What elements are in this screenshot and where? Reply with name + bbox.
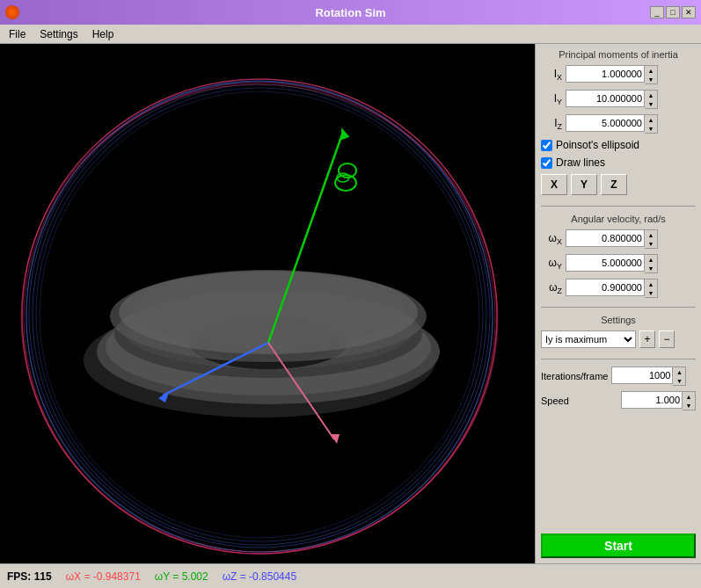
wy-spin-buttons: ▲ ▼ bbox=[645, 254, 658, 273]
svg-point-20 bbox=[132, 272, 405, 346]
wx-up-button[interactable]: ▲ bbox=[645, 230, 657, 239]
menu-file[interactable]: File bbox=[4, 26, 31, 42]
x-view-button[interactable]: X bbox=[541, 174, 567, 195]
drawlines-checkbox[interactable] bbox=[541, 157, 552, 169]
right-panel: Principal moments of inertia IX ▲ ▼ IY ▲… bbox=[535, 44, 701, 563]
window-controls[interactable]: _ □ ✕ bbox=[650, 6, 696, 18]
wy-row: ωY ▲ ▼ bbox=[541, 254, 696, 273]
wz-label: ωZ bbox=[541, 281, 562, 295]
wy-input[interactable] bbox=[566, 254, 645, 272]
close-button[interactable]: ✕ bbox=[682, 6, 696, 18]
wz-input[interactable] bbox=[566, 279, 645, 296]
speed-spin-buttons: ▲ ▼ bbox=[683, 391, 696, 410]
wx-spinbox[interactable]: ▲ ▼ bbox=[566, 229, 658, 249]
wz-down-button[interactable]: ▼ bbox=[645, 288, 657, 297]
preset-dropdown[interactable]: Iy is maximum bbox=[541, 330, 636, 348]
wx-row: ωX ▲ ▼ bbox=[541, 229, 696, 249]
iy-label: IY bbox=[541, 92, 562, 106]
divider-1 bbox=[541, 206, 696, 207]
wz-spinbox[interactable]: ▲ ▼ bbox=[566, 279, 658, 298]
iterations-up-button[interactable]: ▲ bbox=[673, 367, 685, 376]
poinsot-checkbox[interactable] bbox=[541, 140, 552, 151]
ix-spinbox[interactable]: ▲ ▼ bbox=[566, 65, 658, 84]
iz-label: IZ bbox=[541, 117, 562, 131]
iz-down-button[interactable]: ▼ bbox=[645, 124, 657, 133]
drawlines-checkbox-row: Draw lines bbox=[541, 156, 696, 169]
principal-moments-label: Principal moments of inertia bbox=[541, 49, 696, 60]
divider-3 bbox=[541, 359, 696, 359]
minimize-button[interactable]: _ bbox=[650, 6, 664, 18]
status-bar: FPS: 115 ωX = -0.948371 ωY = 5.002 ωZ = … bbox=[0, 563, 701, 588]
window-title: Rotation Sim bbox=[315, 6, 385, 19]
poinsot-checkbox-row: Poinsot's ellipsoid bbox=[541, 139, 696, 151]
wy-status: ωY = 5.002 bbox=[155, 570, 208, 583]
iterations-spin-buttons: ▲ ▼ bbox=[673, 367, 686, 386]
title-bar: Rotation Sim _ □ ✕ bbox=[0, 0, 701, 25]
iy-spinbox[interactable]: ▲ ▼ bbox=[566, 90, 658, 109]
z-view-button[interactable]: Z bbox=[601, 174, 627, 195]
divider-2 bbox=[541, 307, 696, 308]
ix-input[interactable] bbox=[566, 65, 645, 83]
iz-up-button[interactable]: ▲ bbox=[645, 115, 657, 124]
ix-spin-buttons: ▲ ▼ bbox=[645, 65, 658, 84]
iterations-down-button[interactable]: ▼ bbox=[673, 376, 685, 385]
xyz-button-group: X Y Z bbox=[541, 174, 696, 195]
speed-down-button[interactable]: ▼ bbox=[683, 401, 695, 410]
wz-row: ωZ ▲ ▼ bbox=[541, 279, 696, 298]
wx-down-button[interactable]: ▼ bbox=[645, 239, 657, 248]
iz-row: IZ ▲ ▼ bbox=[541, 114, 696, 134]
ix-label: IX bbox=[541, 68, 562, 82]
iterations-spinbox[interactable]: ▲ ▼ bbox=[611, 367, 686, 386]
wz-spin-buttons: ▲ ▼ bbox=[645, 279, 658, 298]
wz-up-button[interactable]: ▲ bbox=[645, 279, 657, 288]
maximize-button[interactable]: □ bbox=[666, 6, 680, 18]
wx-status: ωX = -0.948371 bbox=[66, 570, 141, 583]
plus-button[interactable]: + bbox=[639, 330, 655, 348]
wy-label: ωY bbox=[541, 257, 562, 271]
wy-down-button[interactable]: ▼ bbox=[645, 264, 657, 272]
wx-spin-buttons: ▲ ▼ bbox=[645, 229, 658, 249]
iterations-label: Iterations/frame bbox=[541, 371, 608, 381]
settings-row: Iy is maximum + − bbox=[541, 330, 696, 348]
angular-velocity-label: Angular velocity, rad/s bbox=[541, 214, 696, 224]
y-view-button[interactable]: Y bbox=[571, 174, 597, 195]
wx-input[interactable] bbox=[566, 229, 645, 247]
fps-display: FPS: 115 bbox=[7, 570, 52, 583]
speed-spinbox[interactable]: ▲ ▼ bbox=[621, 391, 696, 410]
iy-spin-buttons: ▲ ▼ bbox=[645, 90, 658, 109]
simulation-canvas[interactable] bbox=[0, 44, 535, 563]
wy-spinbox[interactable]: ▲ ▼ bbox=[566, 254, 658, 273]
start-button[interactable]: Start bbox=[541, 534, 696, 558]
iy-row: IY ▲ ▼ bbox=[541, 90, 696, 109]
iz-spin-buttons: ▲ ▼ bbox=[645, 114, 658, 134]
menu-settings[interactable]: Settings bbox=[34, 26, 83, 42]
poinsot-label: Poinsot's ellipsoid bbox=[556, 139, 639, 151]
iterations-input[interactable] bbox=[611, 367, 673, 384]
main-content: Principal moments of inertia IX ▲ ▼ IY ▲… bbox=[0, 44, 701, 563]
ix-row: IX ▲ ▼ bbox=[541, 65, 696, 84]
speed-row: Speed ▲ ▼ bbox=[541, 391, 696, 410]
ix-up-button[interactable]: ▲ bbox=[645, 66, 657, 75]
speed-label: Speed bbox=[541, 396, 569, 406]
speed-input[interactable] bbox=[621, 391, 683, 409]
speed-up-button[interactable]: ▲ bbox=[683, 392, 695, 401]
wx-label: ωX bbox=[541, 232, 562, 246]
app-icon bbox=[5, 5, 19, 19]
ix-down-button[interactable]: ▼ bbox=[645, 75, 657, 83]
menu-bar: File Settings Help bbox=[0, 25, 701, 44]
settings-section-label: Settings bbox=[541, 315, 696, 325]
menu-help[interactable]: Help bbox=[87, 26, 120, 42]
minus-button[interactable]: − bbox=[659, 330, 675, 348]
iz-input[interactable] bbox=[566, 114, 645, 132]
iy-input[interactable] bbox=[566, 90, 645, 107]
iy-down-button[interactable]: ▼ bbox=[645, 99, 657, 108]
wz-status: ωZ = -0.850445 bbox=[223, 570, 296, 583]
iz-spinbox[interactable]: ▲ ▼ bbox=[566, 114, 658, 134]
wy-up-button[interactable]: ▲ bbox=[645, 255, 657, 264]
iy-up-button[interactable]: ▲ bbox=[645, 91, 657, 99]
drawlines-label: Draw lines bbox=[556, 156, 605, 169]
iterations-row: Iterations/frame ▲ ▼ bbox=[541, 367, 696, 386]
